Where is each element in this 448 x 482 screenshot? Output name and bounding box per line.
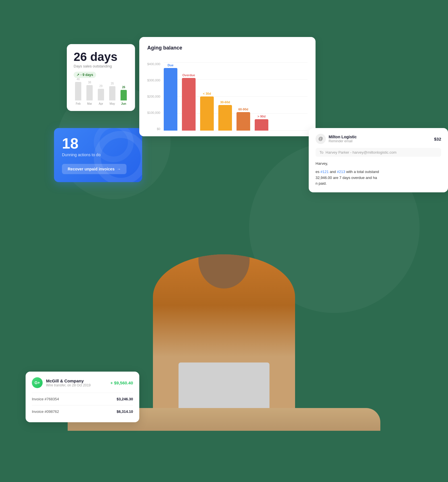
recover-button[interactable]: Recover unpaid invoices → xyxy=(62,164,126,174)
payment-company: McGill & Company xyxy=(46,378,91,383)
payment-card: G+ McGill & Company Wire transfer, on 28… xyxy=(26,372,139,422)
aging-chart: $400,000 $300,000 $200,000 $100,000 $0 D… xyxy=(147,57,308,131)
payment-divider xyxy=(32,393,133,393)
payment-divider-2 xyxy=(32,405,133,405)
bar-30-60d: 30-60d xyxy=(218,100,232,131)
bar-feb: 46 Feb xyxy=(74,78,83,105)
email-body: Harvey, es #121 and #213 with a total ou… xyxy=(316,161,441,187)
bar-due: Due xyxy=(164,63,177,131)
to-label: To xyxy=(320,150,323,155)
arrow-up-icon: ↗ xyxy=(76,73,79,77)
invoice-row-2: Invoice #098762 $6,314.10 xyxy=(32,407,133,417)
bar-jun: 26 Jun xyxy=(119,86,128,105)
payment-amount: + $9,560.40 xyxy=(110,380,133,385)
bar-30d: < 30d xyxy=(200,92,214,131)
email-card: @ Milton Logistic Reminder email $32 To … xyxy=(309,128,448,192)
email-to: To Harvey Parker - harvey@miltonlogistic… xyxy=(316,148,441,157)
dso-chart: 46 Feb 38 Mar 29 Apr 35 May 26 Jun xyxy=(74,83,128,105)
payment-subtitle: Wire transfer, on 28 Oct 2019 xyxy=(46,383,91,387)
payment-header: G+ McGill & Company Wire transfer, on 28… xyxy=(32,377,133,388)
dunning-number: 18 xyxy=(62,136,134,151)
y-axis: $400,000 $300,000 $200,000 $100,000 $0 xyxy=(147,62,164,131)
dso-card: 26 days Days sales outstanding ↗ - 9 day… xyxy=(67,44,135,111)
arrow-right-icon: → xyxy=(117,167,121,171)
dso-badge: ↗ - 9 days xyxy=(74,72,96,78)
bar-apr: 29 Apr xyxy=(96,85,105,105)
bar-mar: 38 Mar xyxy=(85,81,94,105)
to-value: Harvey Parker - harvey@miltonlogistic.co… xyxy=(325,150,396,155)
dunning-card: 18 Dunning actions to do Recover unpaid … xyxy=(54,128,142,182)
email-amount: $32 xyxy=(434,137,441,141)
bar-may: 35 May xyxy=(108,82,117,105)
dunning-label: Dunning actions to do xyxy=(62,153,134,157)
payment-avatar: G+ xyxy=(32,377,43,388)
dso-label: Days sales outstanding xyxy=(74,64,128,68)
bar-60-90d: 60-90d xyxy=(237,108,250,131)
aging-title: Aging balance xyxy=(147,45,308,51)
email-at-icon: @ xyxy=(316,134,326,144)
aging-card: Aging balance $400,000 $300,000 $200,000… xyxy=(139,37,316,136)
bars-container: Due Overdue < 30d 30-60d 60-90d xyxy=(164,62,308,131)
email-company: Milton Logistic xyxy=(329,135,357,139)
email-header: @ Milton Logistic Reminder email $32 xyxy=(316,134,441,144)
invoice-row-1: Invoice #768354 $3,246.30 xyxy=(32,394,133,404)
bar-90d-plus: > 90d xyxy=(255,115,268,131)
bar-overdue: Overdue xyxy=(182,73,196,131)
email-type: Reminder email xyxy=(329,139,357,143)
dso-value: 26 days xyxy=(74,51,128,63)
